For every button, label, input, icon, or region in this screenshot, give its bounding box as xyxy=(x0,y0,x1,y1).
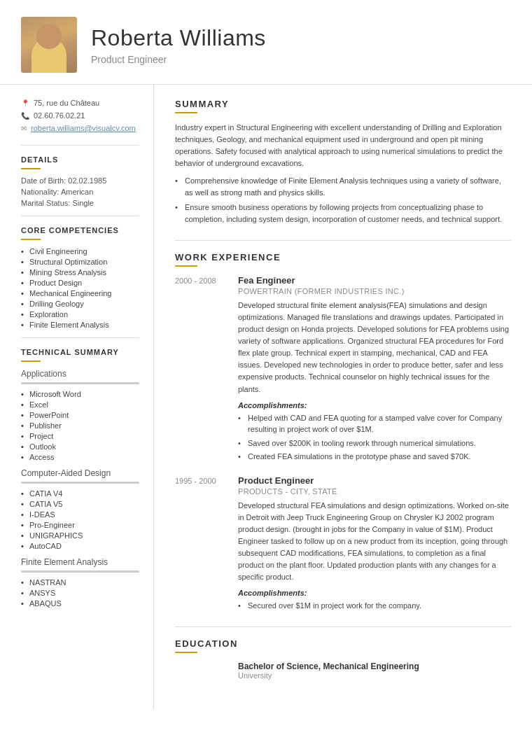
tech-bar-cad xyxy=(21,482,139,484)
work-divider xyxy=(175,265,197,267)
dob-label: Date of Birth: xyxy=(21,176,66,185)
list-item: ANSYS xyxy=(21,589,139,597)
work-header-2: 1995 - 2000 Product Engineer xyxy=(175,475,511,486)
list-item: UNIGRAPHICS xyxy=(21,531,139,540)
list-item: Microsoft Word xyxy=(21,390,139,398)
location-icon: 📍 xyxy=(21,99,29,107)
list-item: Ensure smooth business operations by fol… xyxy=(175,202,511,225)
edu-entry-1: Bachelor of Science, Mechanical Engineer… xyxy=(238,662,511,680)
list-item: Project xyxy=(21,432,139,440)
list-item: ABAQUS xyxy=(21,599,139,608)
work-company-2: PRODUCTS - CITY, STATE xyxy=(238,487,511,496)
main-layout: 📍 75, rue du Château 📞 02.60.76.02.21 ✉ … xyxy=(0,85,532,709)
accomplishments-title-1: Accomplishments: xyxy=(238,401,511,410)
list-item: Created FEA simulations in the prototype… xyxy=(238,451,511,463)
list-item: Mechanical Engineering xyxy=(21,289,139,298)
marital-item: Marital Status: Single xyxy=(21,199,139,207)
summary-title: Summary xyxy=(175,99,511,109)
list-item: Excel xyxy=(21,400,139,409)
header: Roberta Williams Product Engineer xyxy=(0,0,532,85)
summary-section: Summary Industry expert in Structural En… xyxy=(175,99,511,225)
accomplishments-list-1: Helped with CAD and FEA quoting for a st… xyxy=(238,412,511,463)
education-section: Education Bachelor of Science, Mechanica… xyxy=(175,638,511,680)
list-item: Pro-Engineer xyxy=(21,521,139,529)
work-desc-2: Developed structural FEA simulations and… xyxy=(238,500,511,583)
list-item: CATIA V4 xyxy=(21,489,139,498)
work-experience-section: Work Experience 2000 - 2008 Fea Engineer… xyxy=(175,252,511,611)
list-item: CATIA V5 xyxy=(21,500,139,508)
accomplishments-list-2: Secured over $1M in project work for the… xyxy=(238,600,511,612)
sidebar: 📍 75, rue du Château 📞 02.60.76.02.21 ✉ … xyxy=(0,85,154,709)
tech-category-applications: Applications xyxy=(21,369,139,379)
work-header-1: 2000 - 2008 Fea Engineer xyxy=(175,275,511,286)
work-desc-1: Developed structural finite element anal… xyxy=(238,300,511,395)
list-item: Publisher xyxy=(21,421,139,430)
technical-summary-section: Technical Summary Applications Microsoft… xyxy=(21,348,139,608)
email-link[interactable]: roberta.williams@visualcv.com xyxy=(31,124,136,132)
list-item: Secured over $1M in project work for the… xyxy=(238,600,511,612)
header-text: Roberta Williams Product Engineer xyxy=(91,25,266,65)
list-item: NASTRAN xyxy=(21,578,139,587)
divider-summary xyxy=(175,240,511,241)
nationality-label: Nationality: xyxy=(21,188,59,196)
work-title-1: Fea Engineer xyxy=(238,275,295,286)
divider-details xyxy=(21,216,139,216)
details-divider xyxy=(21,168,41,169)
edu-degree: Bachelor of Science, Mechanical Engineer… xyxy=(238,662,511,671)
avatar xyxy=(21,17,77,73)
list-item: Helped with CAD and FEA quoting for a st… xyxy=(238,412,511,435)
marital-value: Single xyxy=(72,199,94,207)
dob-value: 02.02.1985 xyxy=(68,176,106,185)
list-item: Product Design xyxy=(21,279,139,287)
details-title: Details xyxy=(21,155,139,164)
dob-item: Date of Birth: 02.02.1985 xyxy=(21,176,139,185)
summary-bullets: Comprehensive knowledge of Finite Elemen… xyxy=(175,175,511,225)
summary-divider xyxy=(175,112,197,113)
details-section: Details Date of Birth: 02.02.1985 Nation… xyxy=(21,155,139,207)
work-company-1: POWERTRAIN (FORMER INDUSTRIES INC.) xyxy=(238,287,511,295)
list-item: AutoCAD xyxy=(21,542,139,550)
phone-text: 02.60.76.02.21 xyxy=(34,111,85,120)
cad-list: CATIA V4 CATIA V5 I-DEAS Pro-Engineer UN… xyxy=(21,489,139,550)
work-dates-1: 2000 - 2008 xyxy=(175,276,238,285)
list-item: Saved over $200K in tooling rework throu… xyxy=(238,438,511,449)
technical-summary-title: Technical Summary xyxy=(21,348,139,356)
main-content: Summary Industry expert in Structural En… xyxy=(154,85,532,709)
divider-work xyxy=(175,626,511,627)
core-competencies-title: Core Competencies xyxy=(21,226,139,234)
list-item: Exploration xyxy=(21,310,139,318)
list-item: Outlook xyxy=(21,442,139,451)
applications-list: Microsoft Word Excel PowerPoint Publishe… xyxy=(21,390,139,461)
tech-bar-applications xyxy=(21,382,139,384)
email-item: ✉ roberta.williams@visualcv.com xyxy=(21,124,139,132)
list-item: Mining Stress Analysis xyxy=(21,268,139,276)
full-name: Roberta Williams xyxy=(91,25,266,51)
avatar-image xyxy=(21,17,77,73)
email-icon: ✉ xyxy=(21,125,27,132)
list-item: Access xyxy=(21,453,139,461)
work-experience-title: Work Experience xyxy=(175,252,511,262)
list-item: Finite Element Analysis xyxy=(21,321,139,329)
divider-contact xyxy=(21,145,139,146)
list-item: Comprehensive knowledge of Finite Elemen… xyxy=(175,175,511,198)
marital-label: Marital Status: xyxy=(21,199,70,207)
core-comp-divider xyxy=(21,239,41,240)
tech-bar-fea xyxy=(21,570,139,573)
summary-intro: Industry expert in Structural Engineerin… xyxy=(175,122,511,169)
tech-category-fea: Finite Element Analysis xyxy=(21,557,139,567)
core-competencies-section: Core Competencies Civil Engineering Stru… xyxy=(21,226,139,329)
list-item: I-DEAS xyxy=(21,510,139,519)
fea-list: NASTRAN ANSYS ABAQUS xyxy=(21,578,139,608)
work-dates-2: 1995 - 2000 xyxy=(175,477,238,485)
address-item: 📍 75, rue du Château xyxy=(21,99,139,107)
job-title: Product Engineer xyxy=(91,54,266,65)
nationality-item: Nationality: American xyxy=(21,188,139,196)
list-item: Drilling Geology xyxy=(21,300,139,308)
nationality-value: American xyxy=(61,188,93,196)
tech-category-cad: Computer-Aided Design xyxy=(21,468,139,478)
contact-section: 📍 75, rue du Château 📞 02.60.76.02.21 ✉ … xyxy=(21,99,139,132)
phone-icon: 📞 xyxy=(21,112,29,120)
address-text: 75, rue du Château xyxy=(34,99,99,107)
phone-item: 📞 02.60.76.02.21 xyxy=(21,111,139,120)
accomplishments-title-2: Accomplishments: xyxy=(238,589,511,597)
